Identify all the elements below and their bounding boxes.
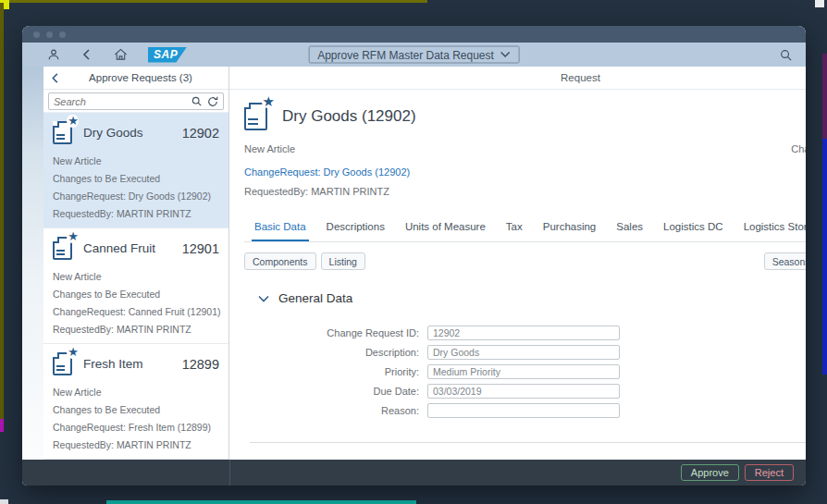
field-label: Change Request ID: bbox=[244, 327, 427, 338]
chevron-down-icon bbox=[500, 52, 511, 58]
app-window: SAP Approve RFM Master Data Request Appr… bbox=[22, 26, 806, 486]
priority-field[interactable] bbox=[427, 364, 620, 379]
detail-content: ★ Dry Goods (12902) New Article Changes … bbox=[229, 90, 806, 460]
request-document-icon: ★ bbox=[53, 237, 72, 260]
back-icon[interactable] bbox=[51, 73, 60, 83]
artifact-notch-bottom-left bbox=[0, 499, 8, 504]
search-input[interactable] bbox=[54, 96, 186, 107]
due-date-field[interactable] bbox=[427, 384, 620, 399]
tab-sales[interactable]: Sales bbox=[606, 212, 653, 241]
item-attribute: ChangeRequest: Dry Goods (12902) bbox=[53, 188, 219, 205]
detail-panel: Request ★ Dry Goods (12902) New Arti bbox=[229, 67, 806, 460]
field-label: Priority: bbox=[244, 366, 427, 377]
window-maximize-button[interactable] bbox=[59, 31, 66, 38]
tab-purchasing[interactable]: Purchasing bbox=[533, 212, 607, 241]
detail-header: Request bbox=[229, 67, 806, 90]
general-data-section-header[interactable]: General Data bbox=[244, 291, 806, 305]
artifact-strip-blue bbox=[822, 139, 827, 375]
approve-button[interactable]: Approve bbox=[681, 464, 739, 481]
tab-tax[interactable]: Tax bbox=[496, 212, 533, 241]
general-data-form: Change Request ID: Description: Priority… bbox=[244, 326, 806, 418]
search-icon[interactable] bbox=[778, 47, 793, 62]
request-list: ★ Dry Goods 12902 New Article Changes to… bbox=[43, 113, 228, 460]
search-icon[interactable] bbox=[191, 96, 202, 106]
seasons-button[interactable]: Seasons bbox=[764, 252, 806, 270]
master-title: Approve Requests (3) bbox=[60, 72, 221, 83]
app-body: Approve Requests (3) bbox=[22, 67, 806, 460]
item-attribute: ChangeRequest: Canned Fruit (12901) bbox=[53, 303, 219, 321]
components-button[interactable]: Components bbox=[244, 252, 316, 270]
master-search-toolbar bbox=[43, 90, 228, 113]
artifact-notch-top-right bbox=[815, 0, 824, 7]
user-icon[interactable] bbox=[46, 47, 61, 62]
tab-units-of-measure[interactable]: Units of Measure bbox=[395, 212, 496, 241]
window-close-button[interactable] bbox=[33, 31, 40, 38]
item-id: 12902 bbox=[182, 126, 219, 141]
item-id: 12901 bbox=[182, 241, 219, 256]
tab-descriptions[interactable]: Descriptions bbox=[316, 212, 395, 241]
artifact-strip-purple bbox=[822, 54, 827, 139]
item-title: Dry Goods bbox=[83, 126, 143, 140]
item-attribute: New Article bbox=[53, 268, 219, 286]
item-title: Canned Fruit bbox=[83, 241, 155, 255]
field-label: Due Date: bbox=[244, 386, 427, 397]
field-label: Reason: bbox=[244, 405, 427, 416]
item-attribute: Changes to Be Executed bbox=[53, 170, 219, 188]
reject-button[interactable]: Reject bbox=[745, 464, 794, 481]
master-header: Approve Requests (3) bbox=[43, 67, 228, 90]
list-item[interactable]: ★ Canned Fruit 12901 New Article Changes… bbox=[43, 228, 228, 344]
request-document-icon: ★ bbox=[244, 103, 267, 130]
object-status-right: Changes to Be Executed bbox=[791, 143, 806, 154]
artifact-strip-left bbox=[0, 3, 4, 419]
section-title: General Data bbox=[278, 291, 352, 305]
item-attribute: ChangeRequest: Fresh Item (12899) bbox=[53, 419, 219, 436]
change-request-link[interactable]: ChangeRequest: Dry Goods (12902) bbox=[244, 166, 806, 178]
field-label: Description: bbox=[244, 347, 427, 358]
window-titlebar bbox=[22, 26, 806, 43]
footer-divider bbox=[229, 460, 230, 486]
reason-field[interactable] bbox=[427, 403, 620, 418]
item-attribute: Changes to Be Executed bbox=[53, 401, 219, 419]
artifact-strip-magenta bbox=[0, 419, 4, 432]
search-field[interactable] bbox=[48, 92, 224, 110]
item-attribute: New Article bbox=[53, 153, 219, 170]
shell-header: SAP Approve RFM Master Data Request bbox=[22, 43, 806, 67]
change-request-id-field[interactable] bbox=[427, 326, 620, 340]
tab-basic-data[interactable]: Basic Data bbox=[244, 212, 316, 241]
home-icon[interactable] bbox=[113, 47, 128, 62]
item-attribute: RequestedBy: MARTIN PRINTZ bbox=[53, 321, 219, 338]
requested-by-text: RequestedBy: MARTIN PRINTZ bbox=[244, 186, 806, 197]
item-attribute: RequestedBy: MARTIN PRINTZ bbox=[53, 205, 219, 223]
listing-button[interactable]: Listing bbox=[321, 252, 365, 270]
content-toolbar: Components Listing Seasons Characteristi… bbox=[244, 252, 806, 270]
app-title-menu[interactable]: Approve RFM Master Data Request bbox=[308, 46, 520, 64]
description-field[interactable] bbox=[427, 345, 620, 360]
object-title: Dry Goods (12902) bbox=[282, 107, 416, 126]
footer-bar: Approve Reject bbox=[22, 460, 806, 486]
list-item[interactable]: ★ Dry Goods 12902 New Article Changes to… bbox=[43, 113, 228, 228]
item-attribute: Changes to Be Executed bbox=[53, 286, 219, 303]
item-attribute: New Article bbox=[53, 384, 219, 401]
collapse-icon bbox=[258, 295, 269, 302]
refresh-icon[interactable] bbox=[207, 96, 218, 107]
tab-logistics-store[interactable]: Logistics Store bbox=[734, 212, 806, 241]
tab-bar: Basic Data Descriptions Units of Measure… bbox=[244, 212, 806, 242]
request-document-icon: ★ bbox=[53, 352, 72, 375]
item-title: Fresh Item bbox=[83, 357, 143, 371]
artifact-strip-top bbox=[0, 0, 427, 3]
object-header: ★ Dry Goods (12902) New Article Changes … bbox=[244, 90, 806, 197]
artifact-strip-teal bbox=[106, 500, 416, 504]
request-document-icon: ★ bbox=[53, 121, 72, 144]
object-status-left: New Article bbox=[244, 143, 295, 154]
sap-logo: SAP bbox=[148, 47, 187, 63]
master-panel: Approve Requests (3) bbox=[43, 67, 229, 460]
list-item[interactable]: ★ Fresh Item 12899 New Article Changes t… bbox=[43, 344, 228, 460]
app-title: Approve RFM Master Data Request bbox=[317, 48, 494, 61]
content-separator bbox=[250, 442, 806, 443]
item-attribute: RequestedBy: MARTIN PRINTZ bbox=[53, 436, 219, 454]
window-minimize-button[interactable] bbox=[46, 31, 53, 38]
item-id: 12899 bbox=[182, 357, 219, 372]
tab-logistics-dc[interactable]: Logistics DC bbox=[653, 212, 734, 241]
back-icon[interactable] bbox=[80, 47, 94, 62]
